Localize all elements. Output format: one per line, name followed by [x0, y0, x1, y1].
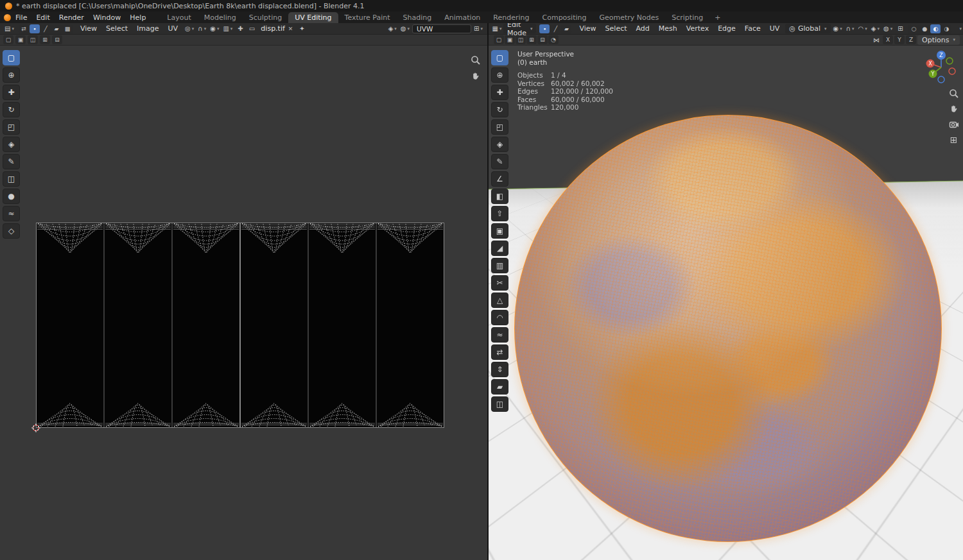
uv-select-island-button[interactable]: ▩ [62, 24, 73, 33]
transform-tool[interactable]: ◈ [3, 137, 20, 152]
grab-brush-tool[interactable]: ● [3, 189, 20, 204]
menu-item[interactable]: Edge [713, 24, 740, 34]
menu-item[interactable]: Window [89, 12, 125, 22]
correct-face-attributes-icon[interactable]: ◔ [548, 35, 559, 44]
uv-2d-cursor[interactable] [31, 423, 40, 432]
uv-select-edge-button[interactable]: ╱ [40, 24, 51, 33]
workspace-tab[interactable]: Modeling [198, 12, 243, 23]
gizmos-toggle-button[interactable]: ◈ ▾ [870, 24, 881, 33]
gizmos-toggle-button[interactable]: ◈ ▾ [387, 24, 398, 33]
move-tool[interactable]: ✚ [491, 85, 508, 100]
zoom-icon[interactable] [948, 88, 959, 99]
pan-hand-icon[interactable] [948, 103, 959, 114]
transform-tool[interactable]: ◈ [491, 137, 508, 152]
workspace-tab[interactable]: Texture Paint [338, 12, 397, 23]
menu-item[interactable]: View [76, 24, 101, 34]
blender-menu-icon[interactable] [4, 14, 11, 21]
rip-region-tool[interactable]: ◫ [3, 171, 20, 187]
rotate-tool[interactable]: ↻ [3, 102, 20, 117]
new-image-button[interactable]: ✚ [235, 24, 245, 33]
workspace-tab[interactable]: Layout [160, 12, 197, 23]
workspace-tab[interactable]: UV Editing [288, 12, 338, 23]
proportional-editing-button[interactable]: ◉ ▾ [209, 24, 220, 33]
shading-dropdown-button[interactable]: ▾ [955, 24, 963, 33]
display-channels-button[interactable]: ⊞ ▾ [473, 24, 484, 33]
transform-orientations-icon[interactable]: ▢ [494, 35, 504, 44]
workspace-tab[interactable]: Sculpting [243, 12, 288, 23]
menu-item[interactable]: UV [163, 24, 182, 34]
uv-map-field[interactable]: UVW [412, 24, 471, 33]
select-box-tool[interactable]: ▢ [3, 50, 20, 65]
transform-pivot-icon[interactable]: ⊟ [537, 35, 548, 44]
pivot-point-button[interactable]: ◉ ▾ [832, 24, 844, 33]
select-box-tool[interactable]: ▢ [491, 50, 508, 65]
measure-tool[interactable]: ∠ [491, 171, 508, 187]
mode-dropdown[interactable]: Edit Mode ▾ [503, 24, 536, 33]
pin-image-button[interactable]: ✦ [297, 24, 307, 33]
uv-sync-select-icon[interactable]: ⇄ [19, 24, 29, 33]
menu-item[interactable]: Mesh [654, 24, 682, 34]
uv-select-face-button[interactable]: ▰ [51, 24, 62, 33]
uv-sticky-mode-icon[interactable]: ▢ [3, 35, 13, 44]
workspace-tab[interactable]: Rendering [487, 12, 535, 23]
rip-region-tool[interactable]: ◫ [491, 396, 508, 412]
cursor-tool[interactable]: ⊕ [3, 67, 20, 83]
menu-item[interactable]: Face [740, 24, 765, 34]
scale-tool[interactable]: ◰ [3, 119, 20, 135]
poly-build-tool[interactable]: △ [491, 293, 508, 308]
uv-snap-island-icon[interactable]: ⊞ [40, 35, 50, 44]
face-select-mode-button[interactable]: ▰ [561, 24, 571, 33]
overlays-toggle-button[interactable]: ◍ ▾ [882, 24, 894, 33]
knife-tool[interactable]: ✂ [491, 275, 508, 291]
annotate-tool[interactable]: ✎ [3, 154, 20, 169]
automerge-icon[interactable]: ⊞ [526, 35, 537, 44]
solid-shading-button[interactable]: ● [919, 24, 930, 33]
workspace-tab[interactable]: Shading [397, 12, 438, 23]
rotate-tool[interactable]: ↻ [491, 102, 508, 117]
smooth-tool[interactable]: ≈ [491, 327, 508, 343]
proportional-editing-button[interactable]: ◠ ▾ [857, 24, 869, 33]
uv-select-vertex-button[interactable]: ∙ [30, 24, 40, 33]
shear-tool[interactable]: ▰ [491, 379, 508, 395]
overlays-toggle-button[interactable]: ◍ ▾ [399, 24, 411, 33]
menu-item[interactable]: Select [601, 24, 632, 34]
uv-display-stretch-icon[interactable]: ⊟ [52, 35, 62, 44]
wireframe-shading-button[interactable]: ○ [908, 24, 919, 33]
transform-orientation-dropdown[interactable]: ◎ Global ▾ [785, 24, 830, 33]
edge-select-mode-button[interactable]: ╱ [550, 24, 560, 33]
image-datablock[interactable]: disp.tif ✕ [258, 24, 295, 33]
extrude-region-tool[interactable]: ⇧ [491, 206, 508, 221]
mirror-y-button[interactable]: Y [894, 35, 905, 44]
snap-settings-icon[interactable]: ▣ [505, 35, 515, 44]
menu-item[interactable]: Edit [31, 12, 54, 22]
pivot-point-button[interactable]: ◎ ▾ [184, 24, 195, 33]
workspace-tab[interactable]: Scripting [665, 12, 709, 23]
uv-edge-mode-icon[interactable]: ▣ [15, 35, 26, 44]
inset-faces-tool[interactable]: ▣ [491, 223, 508, 239]
bevel-tool[interactable]: ◢ [491, 241, 508, 256]
orthographic-toggle-icon[interactable]: ⊞ [948, 134, 959, 145]
annotate-tool[interactable]: ✎ [491, 154, 508, 169]
vertex-select-mode-button[interactable]: ∙ [539, 24, 550, 33]
material-preview-shading-button[interactable]: ◐ [930, 24, 941, 33]
xray-toggle-button[interactable]: ⊞ [895, 24, 905, 33]
scale-tool[interactable]: ◰ [491, 119, 508, 135]
uv-live-unwrap-icon[interactable]: ◫ [28, 35, 38, 44]
loop-cut-tool[interactable]: ▥ [491, 258, 508, 273]
move-tool[interactable]: ✚ [3, 85, 20, 100]
workspace-tab[interactable]: Compositing [536, 12, 593, 23]
workspace-tab[interactable]: Geometry Nodes [593, 12, 665, 23]
menu-item[interactable]: Select [101, 24, 132, 34]
menu-item[interactable]: View [575, 24, 600, 34]
unlink-image-button[interactable]: ✕ [288, 26, 293, 32]
cursor-tool[interactable]: ⊕ [491, 67, 508, 83]
navigation-gizmo[interactable]: Z X Y [922, 48, 960, 87]
menu-item[interactable]: Help [125, 12, 150, 22]
shrink-fatten-tool[interactable]: ⇕ [491, 362, 508, 377]
mirror-x-button[interactable]: X [883, 35, 893, 44]
earth-mesh[interactable] [514, 115, 942, 542]
viewport-canvas[interactable]: ▢⊕✚↻◰◈✎∠◧⇧▣◢▥✂△◠≈⇄⇕▰◫ User Perspective (… [489, 46, 963, 560]
relax-brush-tool[interactable]: ≈ [3, 206, 20, 221]
uv-image-display[interactable] [36, 223, 444, 428]
pinch-brush-tool[interactable]: ◇ [3, 223, 20, 239]
